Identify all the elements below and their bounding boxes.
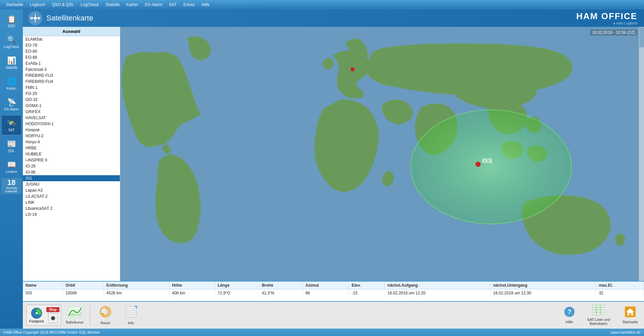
sat-liste-icon: [592, 305, 605, 317]
list-item[interactable]: Falconsat-3: [23, 66, 120, 73]
iss-label: ISS: [482, 157, 492, 164]
sidebar-item-karten[interactable]: 🌐 Karten: [1, 74, 21, 94]
list-item[interactable]: HRBE: [23, 145, 120, 151]
hilfe-icon: ?: [564, 306, 575, 319]
cell-elev: -15: [349, 289, 385, 297]
sidebar-item-qso[interactable]: 📋 QSO: [1, 11, 21, 31]
menu-hilfe[interactable]: Hilfe: [198, 1, 213, 8]
list-item[interactable]: HAVELSAT: [23, 115, 120, 121]
svg-rect-28: [629, 313, 631, 316]
list-item[interactable]: HORYU-2: [23, 133, 120, 139]
cell-azimut: 86: [303, 289, 349, 297]
list-item[interactable]: EO-80: [23, 48, 120, 54]
menu-dx-alarm[interactable]: DX-Alarm: [142, 1, 166, 8]
table-row: ISS 10006 4526 km 406 km 71,9°O 41,3°N 8…: [23, 289, 644, 297]
sidebar-item-sat[interactable]: 🛰️ SAT: [1, 115, 21, 135]
statusbar-right: www.hamoffice.de: [611, 330, 641, 334]
svg-rect-6: [38, 17, 40, 19]
list-item[interactable]: HUBBLE: [23, 151, 120, 157]
list-item[interactable]: ExAlta-1: [23, 60, 120, 66]
menu-extras[interactable]: Extras: [180, 1, 198, 8]
reset-icon: [99, 306, 111, 320]
footprint-label: Footprint: [29, 319, 44, 323]
list-item[interactable]: GRIFEX: [23, 109, 120, 115]
startseite-button[interactable]: Startseite: [620, 305, 641, 325]
menu-sat[interactable]: SAT: [166, 1, 180, 8]
list-item[interactable]: GO-32: [23, 97, 120, 103]
qso-icon: 📋: [7, 15, 16, 23]
list-item[interactable]: LO-19: [23, 211, 120, 218]
sidebar-item-logcheck[interactable]: 🔍 LogCheck: [1, 32, 21, 52]
menu-karten[interactable]: Karten: [123, 1, 141, 8]
hilfe-button[interactable]: ? Hilfe: [561, 305, 578, 325]
station-dot: [351, 67, 355, 71]
list-item[interactable]: JUGNU: [23, 181, 120, 187]
header-bar: Satellitenkarte HAM OFFICE ♦ mein Logbuc…: [23, 9, 644, 27]
reset-button[interactable]: Reset: [94, 303, 117, 327]
sat-list-panel: Auswahl EcAMSatEO-79EO-80EO-88ExAlta-1Fa…: [23, 27, 120, 281]
list-item[interactable]: Hoopoe: [23, 127, 120, 133]
karten-icon: 🌐: [7, 77, 16, 86]
sidebar-item-qsl[interactable]: 📰 QSL: [1, 136, 21, 156]
qsl-icon: 📰: [7, 140, 16, 148]
iss-footprint: [411, 110, 571, 224]
cell-name: ISS: [23, 289, 63, 297]
list-item[interactable]: IO-26: [23, 163, 120, 169]
sidebar-item-kalender[interactable]: 18 Sonntag kalender: [1, 178, 21, 194]
list-item[interactable]: EcAMSat: [23, 36, 120, 42]
reset-label: Reset: [100, 321, 110, 325]
sidebar-item-dx-alarm[interactable]: 📡 DX-Alarm: [1, 94, 21, 114]
hilfe-label: Hilfe: [566, 320, 573, 324]
menu-statistik[interactable]: Statistik: [102, 1, 123, 8]
bottom-toolbar: Footprint Stop: [23, 301, 644, 329]
list-item[interactable]: EO-88: [23, 54, 120, 60]
sat-list-scroll[interactable]: EcAMSatEO-79EO-80EO-88ExAlta-1Falconsat-…: [23, 36, 120, 281]
cell-hoehe: 406 km: [169, 289, 215, 297]
list-item[interactable]: LituanicaSAT 2: [23, 205, 120, 211]
sat-liste-button[interactable]: SAT-Liste und Bahndaten: [581, 303, 616, 327]
list-item[interactable]: i-INSPIRE II: [23, 157, 120, 163]
sidebar-item-lexikon[interactable]: 📖 Lexikon: [1, 157, 21, 177]
list-item[interactable]: GOMX-1: [23, 103, 120, 109]
cell-aufgang: 18.02.2018 um 12:20: [384, 289, 490, 297]
list-item[interactable]: ISS: [23, 175, 120, 181]
main-container: 📋 QSO 🔍 LogCheck 📊 Statistik 🌐 Karten 📡 …: [0, 9, 644, 329]
list-item[interactable]: FMN 1: [23, 85, 120, 91]
stop-button[interactable]: Stop: [46, 307, 59, 312]
map-scrollbar-thumb[interactable]: [639, 27, 644, 47]
list-item[interactable]: LILACSAT-2: [23, 193, 120, 199]
bahnkurve-icon: [68, 306, 82, 320]
page-title: Satellitenkarte: [46, 14, 93, 22]
list-item[interactable]: LINK: [23, 199, 120, 205]
list-item[interactable]: Horyu-4: [23, 139, 120, 145]
menu-logbuch[interactable]: Logbuch: [27, 1, 49, 8]
logo-sub-text: ♦ mein Logbuch: [576, 21, 637, 25]
cell-laenge: 71,9°O: [215, 289, 259, 297]
list-item[interactable]: HODOYOSHI-1: [23, 121, 120, 127]
col-breite: Breite: [259, 282, 303, 289]
col-laenge: Länge: [215, 282, 259, 289]
col-hoehe: Höhe: [169, 282, 215, 289]
menu-qso-qsl[interactable]: QSO & QSL: [49, 1, 77, 8]
list-item[interactable]: EO-79: [23, 42, 120, 48]
calendar-label: kalender: [1, 190, 21, 193]
ham-office-logo: HAM OFFICE ♦ mein Logbuch: [576, 11, 637, 25]
footprint-button[interactable]: Footprint: [28, 306, 45, 325]
menu-startseite[interactable]: Startseite: [3, 1, 27, 8]
map-scrollbar[interactable]: [639, 27, 644, 281]
bahnkurve-button[interactable]: Bahnkurve: [63, 303, 87, 327]
list-item[interactable]: FIREBIRD FU4: [23, 79, 120, 85]
list-item[interactable]: IO-86: [23, 169, 120, 175]
cell-untergang: 18.02.2018 um 12:30: [490, 289, 596, 297]
info-table-container: Name Orbit Entfernung Höhe Länge Breite …: [23, 281, 644, 301]
toolbar-separator-1: [90, 305, 90, 325]
sidebar-item-statistik[interactable]: 📊 Statistik: [1, 53, 21, 73]
list-item[interactable]: FO-29: [23, 91, 120, 97]
map-section: Auswahl EcAMSatEO-79EO-80EO-88ExAlta-1Fa…: [23, 27, 644, 281]
cell-orbit: 10006: [63, 289, 104, 297]
list-item[interactable]: FIREBIRD FU3: [23, 73, 120, 79]
bahnkurve-label: Bahnkurve: [66, 320, 84, 324]
info-button[interactable]: Info: [119, 303, 143, 327]
list-item[interactable]: Lapan A3: [23, 187, 120, 193]
menu-logcheck[interactable]: LogCheck: [77, 1, 102, 8]
